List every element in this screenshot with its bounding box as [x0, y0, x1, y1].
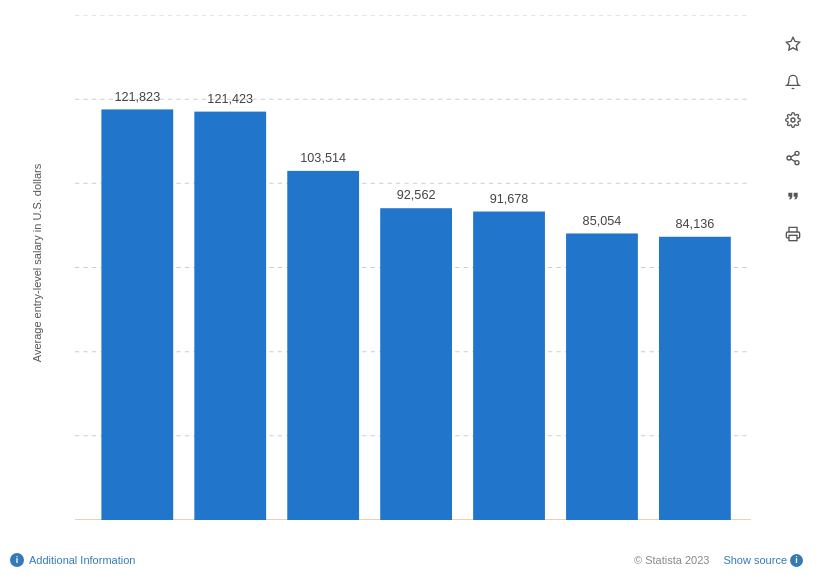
bar-nyc: [287, 171, 359, 520]
svg-marker-0: [786, 37, 799, 50]
svg-text:92,562: 92,562: [397, 187, 436, 202]
bar-boston: [380, 208, 452, 520]
footer-right: © Statista 2023 Show source i: [634, 554, 803, 567]
info-icon: i: [10, 553, 24, 567]
svg-line-6: [791, 154, 796, 157]
svg-text:121,823: 121,823: [114, 88, 160, 103]
additional-info-button[interactable]: i Additional Information: [10, 553, 135, 567]
svg-point-1: [791, 118, 795, 122]
source-info-icon: i: [790, 554, 803, 567]
additional-info-label: Additional Information: [29, 554, 135, 566]
bar-sf: [101, 109, 173, 520]
print-icon-button[interactable]: [779, 220, 807, 248]
star-icon-button[interactable]: [779, 30, 807, 58]
svg-point-4: [795, 161, 799, 165]
svg-point-3: [787, 156, 791, 160]
svg-rect-7: [789, 235, 797, 240]
bell-icon-button[interactable]: [779, 68, 807, 96]
chart-container: Average entry-level salary in U.S. dolla…: [0, 0, 817, 575]
svg-text:121,423: 121,423: [207, 91, 253, 106]
y-axis-label: Average entry-level salary in U.S. dolla…: [32, 163, 44, 362]
bar-seattle: [194, 112, 266, 520]
show-source-button[interactable]: Show source i: [723, 554, 803, 567]
svg-text:85,054: 85,054: [583, 212, 622, 227]
sidebar-icons: [779, 30, 807, 248]
svg-text:91,678: 91,678: [490, 190, 529, 205]
gear-icon-button[interactable]: [779, 106, 807, 134]
svg-point-2: [795, 151, 799, 155]
copyright-text: © Statista 2023: [634, 554, 709, 566]
bar-chart: 0 25,000 50,000 75,000 100,000 125,000 1…: [75, 15, 772, 520]
svg-line-5: [791, 159, 796, 162]
svg-text:103,514: 103,514: [300, 150, 346, 165]
chart-footer: i Additional Information © Statista 2023…: [0, 553, 817, 567]
svg-text:84,136: 84,136: [676, 216, 715, 231]
bar-austin: [659, 237, 731, 520]
share-icon-button[interactable]: [779, 144, 807, 172]
bar-la: [473, 212, 545, 520]
y-axis-label-container: Average entry-level salary in U.S. dolla…: [0, 0, 75, 525]
bar-chicago: [566, 233, 638, 520]
quote-icon-button[interactable]: [779, 182, 807, 210]
show-source-label: Show source: [723, 554, 787, 566]
